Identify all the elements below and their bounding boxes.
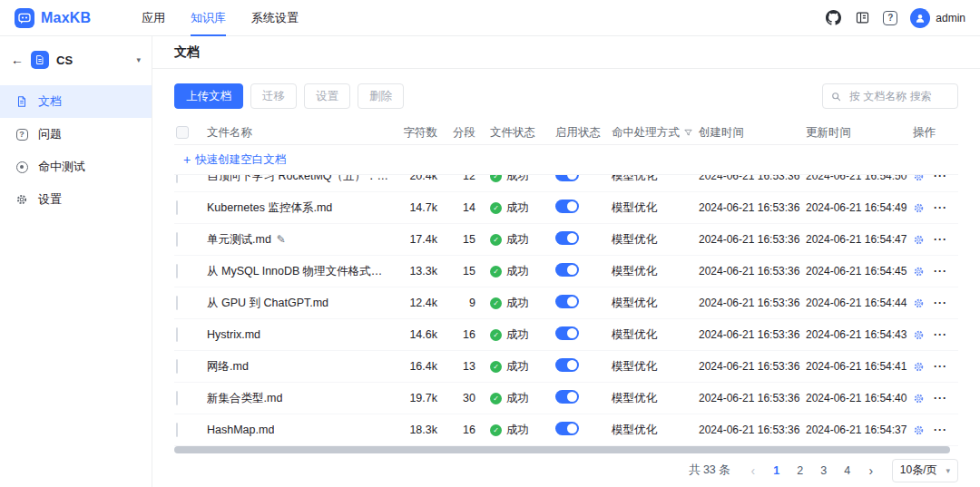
row-checkbox[interactable] xyxy=(176,423,178,437)
row-checkbox[interactable] xyxy=(176,391,178,405)
help-icon[interactable] xyxy=(883,11,897,25)
row-settings-icon[interactable] xyxy=(913,361,925,373)
edit-icon[interactable] xyxy=(277,233,286,246)
back-arrow-icon[interactable] xyxy=(11,54,24,66)
search-input[interactable] xyxy=(848,89,950,103)
table-row[interactable]: Hystrix.md 14.6k 16 成功 模型优化 2024-06-21 1… xyxy=(174,319,958,351)
file-name[interactable]: 新集合类型.md xyxy=(207,391,282,406)
page-button[interactable]: 3 xyxy=(814,461,834,481)
page-size-select[interactable]: 10条/页 xyxy=(892,459,958,482)
file-name[interactable]: 网络.md xyxy=(207,359,249,375)
enable-toggle[interactable] xyxy=(555,175,579,181)
enable-toggle[interactable] xyxy=(555,358,579,372)
table-row[interactable]: 从 MySQL InnoDB 物理文件格式深入... 13.3k 15 成功 模… xyxy=(174,256,958,287)
table-row[interactable]: Kubernetes 监控体系.md 14.7k 14 成功 模型优化 2024… xyxy=(174,192,958,224)
select-all-checkbox[interactable] xyxy=(176,126,189,139)
search-box[interactable] xyxy=(822,83,958,109)
file-name[interactable]: HashMap.md xyxy=(207,424,274,436)
row-more-icon[interactable] xyxy=(934,265,947,278)
delete-button[interactable]: 删除 xyxy=(358,83,404,109)
file-name[interactable]: 单元测试.md xyxy=(207,232,271,248)
quick-create-blank-document[interactable]: 快速创建空白文档 xyxy=(174,145,958,175)
brand[interactable]: MaxKB xyxy=(15,8,122,28)
horizontal-scrollbar[interactable] xyxy=(174,446,958,453)
page-button[interactable]: 1 xyxy=(767,461,787,481)
docs-icon[interactable] xyxy=(854,10,870,26)
main: 文档 上传文档 迁移 设置 删除 文 xyxy=(152,36,980,487)
page-button[interactable]: 4 xyxy=(838,461,858,481)
enable-toggle[interactable] xyxy=(555,390,579,404)
settings-button[interactable]: 设置 xyxy=(304,83,350,109)
file-status: 成功 xyxy=(490,200,555,216)
enable-toggle[interactable] xyxy=(555,231,579,245)
hit-method: 模型优化 xyxy=(612,327,699,343)
char-count: 12.4k xyxy=(399,297,452,309)
enable-toggle[interactable] xyxy=(555,200,579,213)
chevron-down-icon[interactable] xyxy=(136,55,141,64)
row-settings-icon[interactable] xyxy=(913,175,925,182)
nav-system-settings[interactable]: 系统设置 xyxy=(239,0,311,36)
table-row[interactable]: 自顶向下学习 RocketMQ（五）：顺序... 20.4k 12 成功 模型优… xyxy=(174,175,958,192)
row-settings-icon[interactable] xyxy=(913,202,925,214)
prev-page-icon[interactable] xyxy=(743,461,763,481)
row-checkbox[interactable] xyxy=(176,232,178,247)
page-header: 文档 xyxy=(152,36,980,69)
chevron-down-icon xyxy=(946,466,950,475)
row-more-icon[interactable] xyxy=(934,175,947,182)
status-success-icon xyxy=(490,234,502,246)
row-more-icon[interactable] xyxy=(934,201,947,214)
file-name[interactable]: 自顶向下学习 RocketMQ（五）：顺序... xyxy=(207,175,390,184)
row-settings-icon[interactable] xyxy=(913,393,925,404)
row-more-icon[interactable] xyxy=(934,233,947,246)
kb-switcher[interactable]: CS xyxy=(0,44,152,76)
row-settings-icon[interactable] xyxy=(913,297,925,309)
enable-toggle[interactable] xyxy=(555,263,579,277)
char-count: 14.7k xyxy=(399,201,452,214)
sidebar-item-documents[interactable]: 文档 xyxy=(0,85,152,118)
table-row[interactable]: HashMap.md 18.3k 16 成功 模型优化 2024-06-21 1… xyxy=(174,414,958,446)
row-settings-icon[interactable] xyxy=(913,424,925,436)
sidebar-item-questions[interactable]: 问题 xyxy=(0,118,152,151)
nav-knowledge-base[interactable]: 知识库 xyxy=(178,0,239,36)
layout: CS 文档 问题 命中测试 xyxy=(0,36,980,487)
enable-toggle[interactable] xyxy=(555,422,579,435)
row-checkbox[interactable] xyxy=(176,175,178,183)
sidebar-item-settings[interactable]: 设置 xyxy=(0,183,152,216)
row-checkbox[interactable] xyxy=(176,359,178,374)
user-menu[interactable]: admin xyxy=(910,8,965,28)
enable-toggle[interactable] xyxy=(555,326,579,340)
file-name[interactable]: Kubernetes 监控体系.md xyxy=(207,200,332,216)
migrate-button[interactable]: 迁移 xyxy=(250,83,297,109)
created-time: 2024-06-21 16:53:36 xyxy=(699,360,806,373)
next-page-icon[interactable] xyxy=(861,461,881,481)
scrollbar-thumb[interactable] xyxy=(174,446,950,453)
sidebar-item-hit-test[interactable]: 命中测试 xyxy=(0,151,152,183)
row-settings-icon[interactable] xyxy=(913,329,925,341)
row-checkbox[interactable] xyxy=(176,264,178,278)
enable-toggle[interactable] xyxy=(555,295,579,308)
row-more-icon[interactable] xyxy=(934,392,947,404)
upload-document-button[interactable]: 上传文档 xyxy=(174,83,243,109)
status-label: 成功 xyxy=(506,200,529,216)
file-name[interactable]: 从 MySQL InnoDB 物理文件格式深入... xyxy=(207,264,390,279)
row-more-icon[interactable] xyxy=(934,424,947,436)
filter-icon[interactable] xyxy=(683,128,693,138)
file-name[interactable]: 从 GPU 到 ChatGPT.md xyxy=(207,296,328,311)
page-button[interactable]: 2 xyxy=(790,461,810,481)
table-row[interactable]: 单元测试.md 17.4k 15 成功 模型优化 2024-06-21 16:5… xyxy=(174,224,958,256)
github-icon[interactable] xyxy=(825,10,841,26)
row-more-icon[interactable] xyxy=(934,360,947,373)
row-more-icon[interactable] xyxy=(934,297,947,309)
table-row[interactable]: 从 GPU 到 ChatGPT.md 12.4k 9 成功 模型优化 2024-… xyxy=(174,287,958,319)
row-checkbox[interactable] xyxy=(176,296,178,310)
status-label: 成功 xyxy=(506,175,529,184)
row-settings-icon[interactable] xyxy=(913,234,925,246)
table-row[interactable]: 网络.md 16.4k 13 成功 模型优化 2024-06-21 16:53:… xyxy=(174,351,958,383)
row-checkbox[interactable] xyxy=(176,327,178,342)
nav-applications[interactable]: 应用 xyxy=(129,0,178,36)
row-settings-icon[interactable] xyxy=(913,266,925,278)
row-checkbox[interactable] xyxy=(176,200,178,215)
table-row[interactable]: 新集合类型.md 19.7k 30 成功 模型优化 2024-06-21 16:… xyxy=(174,383,958,414)
file-name[interactable]: Hystrix.md xyxy=(207,328,260,341)
row-more-icon[interactable] xyxy=(934,328,947,341)
